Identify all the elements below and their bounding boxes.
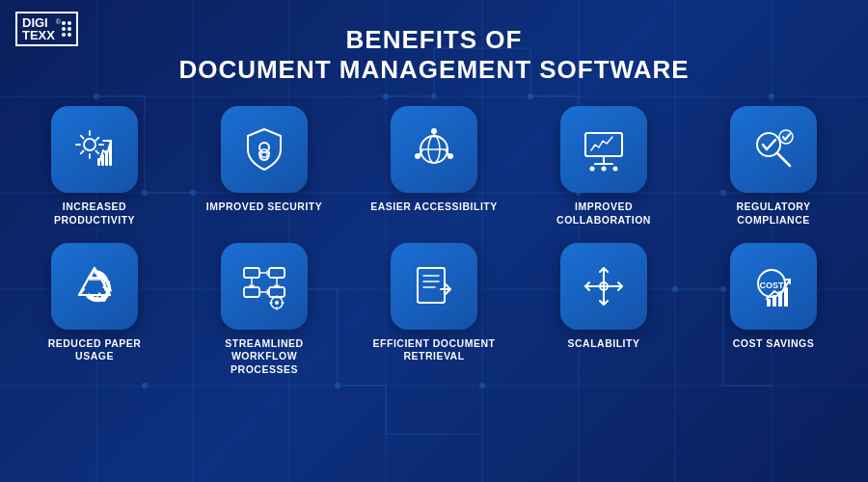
icon-box-productivity [51, 106, 138, 193]
card-label-retrieval: EFFICIENT DOCUMENTRETRIEVAL [373, 337, 496, 363]
logo-registered: ® [56, 18, 61, 25]
icon-box-workflow [221, 243, 308, 330]
card-streamlined-workflow: STREAMLINEDWORKFLOWPROCESSES [189, 243, 339, 377]
svg-point-27 [84, 139, 95, 150]
logo-texx: TEXX [22, 29, 55, 41]
icon-box-collaboration [560, 106, 647, 193]
card-label-accessibility: EASIER ACCESSIBILITY [370, 201, 498, 214]
svg-rect-53 [244, 268, 259, 278]
card-reduced-paper: REDUCED PAPERUSAGE [19, 243, 170, 377]
svg-rect-77 [773, 295, 776, 307]
card-easier-accessibility: EASIER ACCESSIBILITY [359, 106, 509, 227]
svg-line-50 [777, 153, 790, 166]
svg-point-47 [602, 167, 607, 172]
svg-text:COST: COST [759, 281, 784, 290]
card-scalability: SCALABILITY [529, 243, 679, 377]
card-label-collaboration: IMPROVEDCOLLABORATION [556, 201, 651, 227]
logo-dots [62, 21, 71, 37]
icon-box-accessibility [391, 106, 477, 193]
svg-rect-67 [418, 268, 445, 303]
card-regulatory-compliance: REGULATORYCOMPLIANCE [698, 106, 849, 227]
svg-point-46 [590, 167, 595, 172]
card-label-productivity: INCREASEDPRODUCTIVITY [54, 201, 135, 227]
svg-point-51 [779, 130, 793, 144]
card-label-cost: COST SAVINGS [733, 337, 815, 351]
title-line1: BENEFITS OF [178, 25, 689, 55]
svg-point-37 [431, 128, 437, 134]
card-improved-collaboration: IMPROVEDCOLLABORATION [529, 106, 679, 227]
logo: DIGI TEXX ® [15, 12, 78, 46]
card-improved-security: IMPROVED SECURITY [189, 106, 339, 227]
icon-box-compliance [730, 106, 817, 193]
svg-rect-28 [97, 158, 100, 166]
card-label-workflow: STREAMLINEDWORKFLOWPROCESSES [225, 337, 303, 377]
title-line2: DOCUMENT MANAGEMENT SOFTWARE [178, 55, 689, 85]
svg-rect-30 [105, 150, 108, 166]
svg-rect-29 [101, 154, 104, 166]
benefits-grid: INCREASEDPRODUCTIVITY IMPROVED SECURITY [19, 106, 849, 376]
svg-point-48 [613, 167, 618, 172]
card-cost-savings: COST COST SAVINGS [698, 243, 849, 377]
card-label-scalability: SCALABILITY [568, 337, 640, 351]
card-increased-productivity: INCREASEDPRODUCTIVITY [19, 106, 170, 227]
svg-rect-76 [767, 299, 771, 307]
card-efficient-retrieval: EFFICIENT DOCUMENTRETRIEVAL [359, 243, 509, 377]
svg-point-58 [275, 301, 279, 305]
svg-rect-43 [585, 133, 622, 156]
card-label-security: IMPROVED SECURITY [206, 201, 323, 214]
svg-rect-79 [784, 287, 788, 307]
svg-rect-54 [244, 287, 259, 297]
icon-box-retrieval [391, 243, 477, 330]
icon-box-security [221, 106, 308, 193]
title-block: BENEFITS OF DOCUMENT MANAGEMENT SOFTWARE [178, 25, 689, 85]
svg-rect-55 [269, 268, 285, 278]
svg-rect-31 [109, 147, 112, 166]
card-label-paper: REDUCED PAPERUSAGE [48, 337, 142, 363]
icon-box-cost: COST [730, 243, 817, 330]
icon-box-scalability [560, 243, 647, 330]
card-label-compliance: REGULATORYCOMPLIANCE [736, 201, 810, 227]
icon-box-paper [51, 243, 138, 330]
